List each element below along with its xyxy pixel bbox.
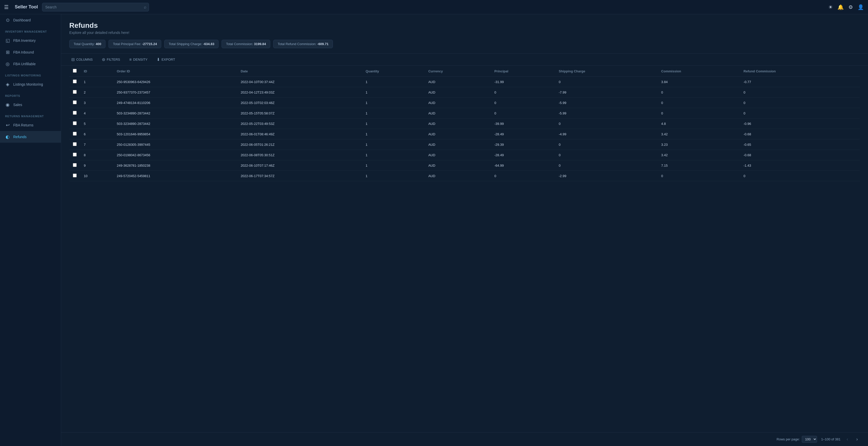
header-refund-commission: Refund Commission	[740, 66, 860, 77]
sidebar-item-dashboard[interactable]: ⊙ Dashboard	[0, 14, 61, 26]
row-checkbox-cell	[69, 98, 80, 108]
cell-currency: AUD	[425, 160, 491, 171]
cell-id: 1	[80, 77, 113, 87]
cell-date: 2022-06-05T01:26:21Z	[237, 140, 362, 150]
cell-order-id: 250-0128305-3997445	[113, 140, 237, 150]
table-row: 2 250-9377370-2373457 2022-04-12T23:49:0…	[69, 87, 860, 98]
row-checkbox-cell	[69, 140, 80, 150]
row-checkbox[interactable]	[73, 80, 77, 83]
cell-commission: 3.42	[658, 150, 740, 160]
dashboard-icon: ⊙	[5, 17, 10, 23]
select-all-checkbox[interactable]	[73, 69, 77, 72]
row-checkbox-cell	[69, 119, 80, 129]
row-checkbox[interactable]	[73, 163, 77, 167]
cell-quantity: 1	[362, 119, 425, 129]
density-icon: ≡	[129, 57, 132, 62]
refunds-table: ID Order ID Date Quantity Currency Princ…	[69, 66, 860, 181]
pagination-next-button[interactable]: ›	[854, 436, 860, 443]
row-checkbox-cell	[69, 171, 80, 181]
notifications-icon[interactable]: 🔔	[837, 4, 844, 10]
header-order-id: Order ID	[113, 66, 237, 77]
cell-commission: 3.23	[658, 140, 740, 150]
cell-currency: AUD	[425, 108, 491, 119]
cell-id: 6	[80, 129, 113, 140]
pagination-prev-button[interactable]: ‹	[844, 436, 850, 443]
cell-quantity: 1	[362, 87, 425, 98]
sidebar-item-label: Refunds	[13, 135, 27, 139]
row-checkbox[interactable]	[73, 121, 77, 125]
stats-row: Total Quantity: 400 Total Principal Fee:…	[61, 40, 868, 53]
user-icon[interactable]: 👤	[858, 4, 864, 10]
cell-commission: 7.15	[658, 160, 740, 171]
topbar-icons: ☀ 🔔 ⚙ 👤	[828, 4, 864, 10]
table-row: 3 249-4748134-8110206 2022-05-10T02:03:4…	[69, 98, 860, 108]
row-checkbox[interactable]	[73, 153, 77, 156]
sidebar-item-listings-monitoring[interactable]: ◈ Listings Monitoring	[0, 79, 61, 90]
cell-commission: 0	[658, 171, 740, 181]
cell-shipping-charge: 0	[555, 150, 658, 160]
header-commission: Commission	[658, 66, 740, 77]
export-icon: ⬇	[157, 57, 160, 62]
fba-unfillable-icon: ◎	[5, 61, 10, 67]
table-row: 4 503-3234890-2873442 2022-05-15T05:58:0…	[69, 108, 860, 119]
search-input[interactable]	[42, 3, 149, 11]
main-content: Refunds Explore all your detailed refund…	[61, 14, 868, 446]
row-checkbox[interactable]	[73, 90, 77, 94]
filters-button[interactable]: ⊜ FILTERS	[100, 56, 122, 63]
cell-quantity: 1	[362, 140, 425, 150]
sidebar-item-fba-unfillable[interactable]: ◎ FBA Unfillable	[0, 58, 61, 70]
cell-currency: AUD	[425, 87, 491, 98]
sidebar-item-fba-returns[interactable]: ↩ FBA Returns	[0, 119, 61, 131]
table-row: 8 250-0198042-8673456 2022-06-08T05:30:5…	[69, 150, 860, 160]
cell-shipping-charge: 0	[555, 160, 658, 171]
row-checkbox[interactable]	[73, 100, 77, 104]
cell-date: 2022-04-12T23:49:03Z	[237, 87, 362, 98]
settings-icon[interactable]: ⚙	[848, 4, 853, 10]
listings-icon: ◈	[5, 82, 10, 87]
cell-principal: 0	[491, 87, 555, 98]
cell-commission: 4.8	[658, 119, 740, 129]
row-checkbox[interactable]	[73, 132, 77, 136]
cell-id: 4	[80, 108, 113, 119]
cell-currency: AUD	[425, 171, 491, 181]
cell-quantity: 1	[362, 98, 425, 108]
density-button[interactable]: ≡ DENSITY	[127, 56, 150, 63]
sidebar-section-inventory: Inventory Management	[0, 26, 61, 35]
menu-icon[interactable]: ☰	[4, 4, 9, 10]
cell-principal: 0	[491, 98, 555, 108]
cell-id: 10	[80, 171, 113, 181]
cell-currency: AUD	[425, 150, 491, 160]
export-button[interactable]: ⬇ EXPORT	[155, 56, 177, 63]
rows-per-page-select[interactable]: 10 25 50 100	[802, 436, 817, 443]
row-checkbox[interactable]	[73, 142, 77, 146]
theme-icon[interactable]: ☀	[828, 4, 833, 10]
cell-date: 2022-05-10T02:03:48Z	[237, 98, 362, 108]
page-subtitle: Explore all your detailed refunds here!	[69, 31, 860, 35]
cell-quantity: 1	[362, 77, 425, 87]
cell-principal: -39.99	[491, 119, 555, 129]
sidebar-item-refunds[interactable]: ◐ Refunds	[0, 131, 61, 143]
columns-icon: ⊟	[71, 57, 74, 62]
row-checkbox-cell	[69, 129, 80, 140]
cell-quantity: 1	[362, 129, 425, 140]
columns-button[interactable]: ⊟ COLUMNS	[69, 56, 95, 63]
cell-id: 8	[80, 150, 113, 160]
stat-total-commission: Total Commission: 3199.84	[222, 40, 270, 48]
cell-date: 2022-06-17T07:34:57Z	[237, 171, 362, 181]
stat-total-quantity: Total Quantity: 400	[69, 40, 105, 48]
cell-refund-commission: -0.65	[740, 140, 860, 150]
sidebar-item-label: Listings Monitoring	[13, 82, 43, 86]
cell-shipping-charge: -2.99	[555, 171, 658, 181]
row-checkbox[interactable]	[73, 174, 77, 177]
table-row: 6 503-1201646-9959854 2022-06-01T08:46:4…	[69, 129, 860, 140]
table-footer: Rows per page: 10 25 50 100 1–100 of 381…	[61, 432, 868, 446]
row-checkbox[interactable]	[73, 111, 77, 115]
sidebar: ⊙ Dashboard Inventory Management ◱ FBA I…	[0, 14, 61, 446]
sidebar-item-fba-inbound[interactable]: ⊞ FBA Inbound	[0, 47, 61, 58]
topbar: ☰ Seller Tool ⌕ ☀ 🔔 ⚙ 👤	[0, 0, 868, 14]
sidebar-item-fba-inventory[interactable]: ◱ FBA Inventory	[0, 35, 61, 47]
sidebar-item-sales[interactable]: ◉ Sales	[0, 99, 61, 111]
cell-refund-commission: 0	[740, 87, 860, 98]
app-title: Seller Tool	[15, 4, 38, 10]
fba-inbound-icon: ⊞	[5, 50, 10, 55]
